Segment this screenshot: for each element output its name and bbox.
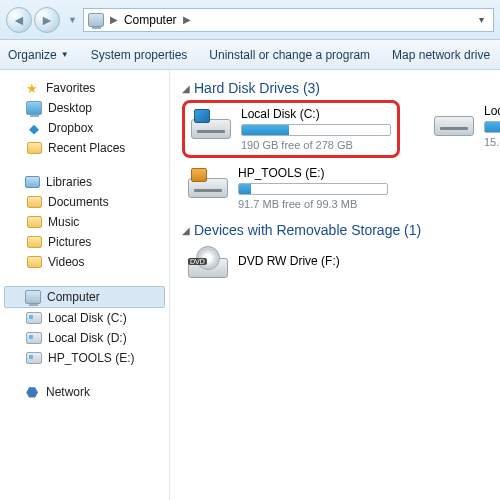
nav-item-desktop[interactable]: Desktop [4, 98, 165, 118]
nav-buttons: ◄ ► [6, 7, 60, 33]
nav-item-drive-c[interactable]: Local Disk (C:) [4, 308, 165, 328]
drive-f-dvd[interactable]: DVD DVD RW Drive (F:) [188, 246, 388, 278]
folder-icon [26, 140, 42, 156]
back-button[interactable]: ◄ [6, 7, 32, 33]
nav-item-pictures[interactable]: Pictures [4, 232, 165, 252]
nav-item-label: Videos [48, 255, 84, 269]
organize-menu[interactable]: Organize ▼ [8, 48, 69, 62]
breadcrumb-sep-icon[interactable]: ▶ [108, 14, 120, 25]
navigation-pane: ▷ ★ Favorites Desktop ◆ Dropbox Recent P… [0, 70, 170, 500]
computer-group: ▷ Computer Local Disk (C:) Local Disk (D… [4, 286, 165, 368]
content-pane: ◢ Hard Disk Drives (3) Local Disk (C:) 1… [170, 70, 500, 500]
computer-header[interactable]: ▷ Computer [4, 286, 165, 308]
nav-item-documents[interactable]: Documents [4, 192, 165, 212]
nav-item-label: Music [48, 215, 79, 229]
nav-item-music[interactable]: Music [4, 212, 165, 232]
nav-item-dropbox[interactable]: ◆ Dropbox [4, 118, 165, 138]
map-network-drive-button[interactable]: Map network drive [392, 48, 490, 62]
nav-item-label: Documents [48, 195, 109, 209]
collapse-icon[interactable]: ◢ [182, 83, 190, 94]
address-bar[interactable]: ▶ Computer ▶ ▾ [83, 8, 494, 32]
nav-item-videos[interactable]: Videos [4, 252, 165, 272]
computer-label: Computer [47, 290, 100, 304]
network-icon: ⬣ [24, 384, 40, 400]
nav-item-recent[interactable]: Recent Places [4, 138, 165, 158]
system-properties-button[interactable]: System properties [91, 48, 188, 62]
drive-icon [188, 166, 228, 198]
hdd-section-header[interactable]: ◢ Hard Disk Drives (3) [182, 80, 500, 96]
drive-icon [26, 350, 42, 366]
drive-name: HP_TOOLS (E:) [238, 166, 388, 180]
network-header[interactable]: ▷ ⬣ Network [4, 382, 165, 402]
drive-free-text: 190 GB free of 278 GB [241, 139, 391, 151]
nav-item-label: Pictures [48, 235, 91, 249]
drive-icon [191, 107, 231, 139]
favorites-label: Favorites [46, 81, 95, 95]
libraries-header[interactable]: ▷ Libraries [4, 172, 165, 192]
breadcrumb-sep-icon[interactable]: ▶ [181, 14, 193, 25]
network-label: Network [46, 385, 90, 399]
drive-free-text: 15.8 GB fr [484, 136, 500, 148]
libraries-icon [24, 174, 40, 190]
removable-section-header[interactable]: ◢ Devices with Removable Storage (1) [182, 222, 500, 238]
network-group: ▷ ⬣ Network [4, 382, 165, 402]
drive-name: DVD RW Drive (F:) [238, 254, 388, 268]
toolbar: Organize ▼ System properties Uninstall o… [0, 40, 500, 70]
removable-section-title: Devices with Removable Storage (1) [194, 222, 421, 238]
hdd-row-1: Local Disk (C:) 190 GB free of 278 GB Lo… [188, 104, 500, 154]
drive-icon [26, 310, 42, 326]
removable-row: DVD DVD RW Drive (F:) [188, 246, 500, 278]
drive-name: Local Dis [484, 104, 500, 118]
chevron-down-icon: ▼ [61, 50, 69, 59]
history-dropdown-icon[interactable]: ▼ [68, 15, 77, 25]
nav-item-label: Local Disk (D:) [48, 331, 127, 345]
capacity-bar [241, 124, 391, 136]
nav-item-label: Recent Places [48, 141, 125, 155]
favorites-group: ▷ ★ Favorites Desktop ◆ Dropbox Recent P… [4, 78, 165, 158]
hdd-row-2: HP_TOOLS (E:) 91.7 MB free of 99.3 MB [188, 166, 500, 210]
drive-free-text: 91.7 MB free of 99.3 MB [238, 198, 388, 210]
drive-e[interactable]: HP_TOOLS (E:) 91.7 MB free of 99.3 MB [188, 166, 388, 210]
dropbox-icon: ◆ [26, 120, 42, 136]
organize-label: Organize [8, 48, 57, 62]
main: ▷ ★ Favorites Desktop ◆ Dropbox Recent P… [0, 70, 500, 500]
forward-button[interactable]: ► [34, 7, 60, 33]
libraries-group: ▷ Libraries Documents Music Pictures Vid… [4, 172, 165, 272]
desktop-icon [26, 100, 42, 116]
capacity-bar [238, 183, 388, 195]
uninstall-button[interactable]: Uninstall or change a program [209, 48, 370, 62]
drive-icon [434, 104, 474, 136]
hdd-section-title: Hard Disk Drives (3) [194, 80, 320, 96]
drive-icon [26, 330, 42, 346]
star-icon: ★ [24, 80, 40, 96]
drive-name: Local Disk (C:) [241, 107, 391, 121]
nav-item-drive-d[interactable]: Local Disk (D:) [4, 328, 165, 348]
nav-item-drive-e[interactable]: HP_TOOLS (E:) [4, 348, 165, 368]
folder-icon [26, 194, 42, 210]
capacity-bar [484, 121, 500, 133]
computer-icon [25, 289, 41, 305]
folder-icon [26, 254, 42, 270]
titlebar: ◄ ► ▼ ▶ Computer ▶ ▾ [0, 0, 500, 40]
nav-item-label: Desktop [48, 101, 92, 115]
computer-icon [88, 12, 104, 28]
drive-d[interactable]: Local Dis 15.8 GB fr [434, 104, 500, 154]
collapse-icon[interactable]: ◢ [182, 225, 190, 236]
dvd-drive-icon: DVD [188, 246, 228, 278]
folder-icon [26, 214, 42, 230]
folder-icon [26, 234, 42, 250]
breadcrumb-computer[interactable]: Computer [124, 13, 177, 27]
nav-item-label: HP_TOOLS (E:) [48, 351, 134, 365]
nav-item-label: Dropbox [48, 121, 93, 135]
address-dropdown-icon[interactable]: ▾ [473, 14, 489, 25]
drive-c[interactable]: Local Disk (C:) 190 GB free of 278 GB [182, 100, 400, 158]
favorites-header[interactable]: ▷ ★ Favorites [4, 78, 165, 98]
nav-item-label: Local Disk (C:) [48, 311, 127, 325]
libraries-label: Libraries [46, 175, 92, 189]
